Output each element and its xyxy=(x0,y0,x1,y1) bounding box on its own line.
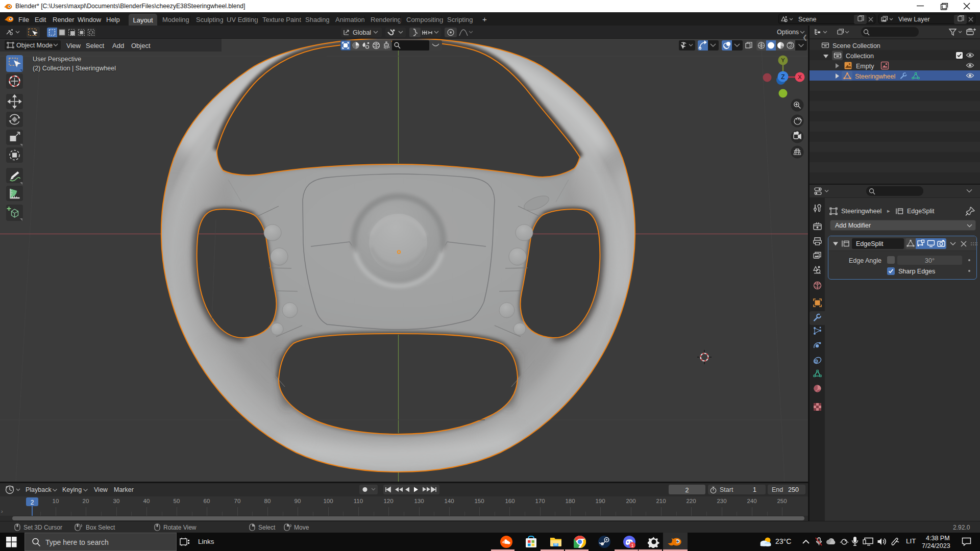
svg-text:Z: Z xyxy=(781,73,785,81)
svg-text:X: X xyxy=(798,74,802,80)
svg-text:Y: Y xyxy=(781,57,785,63)
svg-text:1: 1 xyxy=(631,543,633,548)
